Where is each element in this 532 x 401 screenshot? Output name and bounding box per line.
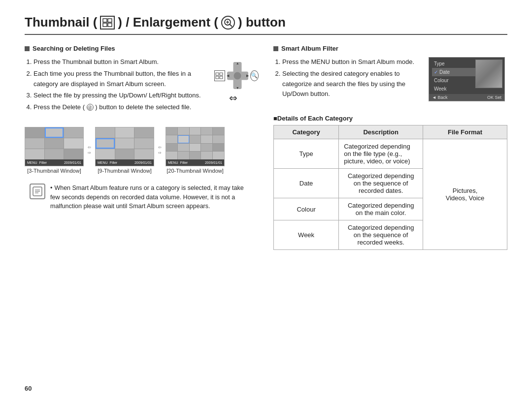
svg-rect-3 xyxy=(108,23,112,27)
thumbnails-row: MENU Filter 2009/01/01 [3-Thumbnail Wind… xyxy=(25,127,259,174)
details-section: ■Details of Each Category Category Descr… xyxy=(273,115,507,250)
table-row: Type Categorized depending on the file t… xyxy=(274,139,507,169)
cat-type: Type xyxy=(274,139,339,169)
section2-title: Smart Album Filter xyxy=(281,45,338,52)
controls-diagram: ▲ ▼ ◀ ▶ 🔍 ⇔ xyxy=(214,62,259,104)
left-column: Searching or Deleting Files Press the Th… xyxy=(25,45,259,250)
svg-rect-11 xyxy=(220,76,223,79)
zoom-small-icon: 🔍 xyxy=(250,70,259,81)
right-step-1: Press the MENU button in Smart Album mod… xyxy=(282,57,424,67)
arrow-3-9: ⇦ ⇨ xyxy=(88,145,91,155)
thumbnail-icon xyxy=(100,16,115,30)
steps-list: Press the Thumbnail button in Smart Albu… xyxy=(25,57,209,114)
thumb-20-label: [20-Thumbnail Window] xyxy=(166,168,224,174)
col-fileformat: File Format xyxy=(423,125,507,139)
svg-rect-8 xyxy=(216,73,219,75)
thumb-9-label: [9-Thumbnail Window] xyxy=(98,168,151,174)
col-category: Category xyxy=(274,125,339,139)
right-column: Smart Album Filter Press the MENU button… xyxy=(273,45,507,250)
thumb-3-item: MENU Filter 2009/01/01 [3-Thumbnail Wind… xyxy=(25,127,84,174)
svg-rect-0 xyxy=(103,19,107,22)
thumb-small-icon xyxy=(214,70,225,81)
desc-colour: Categorized depending on the main color. xyxy=(339,198,423,220)
filter-item-type: Type xyxy=(432,60,476,68)
page-number: 60 xyxy=(25,385,32,392)
thumb-3-label: [3-Thumbnail Window] xyxy=(27,168,81,174)
filter-menu-img: Type ✓Date Colour Week ◄ Back OK Set xyxy=(429,57,507,101)
dpad-control: ▲ ▼ ◀ ▶ xyxy=(227,62,248,89)
thumb-20-img: MENU Filter 2009/01/01 xyxy=(166,127,225,166)
step-4: Press the Delete ( ⓓ ) button to delete … xyxy=(33,102,209,113)
page-title: Thumbnail ( ) / Enlargement ( ) butt xyxy=(25,15,507,30)
bullet-icon-2 xyxy=(273,46,278,51)
bullet-icon xyxy=(25,46,30,51)
svg-rect-2 xyxy=(103,23,107,27)
step-2: Each time you press the Thumbnail but­to… xyxy=(33,69,209,90)
svg-rect-10 xyxy=(216,76,219,79)
filter-item-colour: Colour xyxy=(432,76,476,85)
step-1: Press the Thumbnail button in Smart Albu… xyxy=(33,57,209,67)
thumb-9-img: MENU Filter 2009/01/01 xyxy=(95,127,154,166)
right-steps-list: Press the MENU button in Smart Album mod… xyxy=(273,57,424,101)
col-description: Description xyxy=(339,125,423,139)
desc-date: Categorized depending on the sequence of… xyxy=(339,169,423,198)
cat-colour: Colour xyxy=(274,198,339,220)
step-3: Select the file by pressing the Up/Down/… xyxy=(33,91,209,101)
thumb-20-item: MENU Filter 2009/01/01 [20-Thumbnail Win… xyxy=(166,127,225,174)
svg-rect-9 xyxy=(220,73,223,75)
desc-type: Categorized depending on the file type (… xyxy=(339,139,423,169)
note-text: •When Smart Album feature runs or a cate… xyxy=(50,184,254,211)
enlargement-icon xyxy=(221,16,235,30)
filter-bottom-bar: ◄ Back OK Set xyxy=(429,94,504,101)
page: Thumbnail ( ) / Enlargement ( ) butt xyxy=(0,0,532,401)
filter-item-date: ✓Date xyxy=(432,68,476,76)
section1-title: Searching or Deleting Files xyxy=(33,45,115,52)
thumb-3-img: MENU Filter 2009/01/01 xyxy=(25,127,84,166)
cat-date: Date xyxy=(274,169,339,198)
note-icon xyxy=(30,184,45,199)
svg-line-5 xyxy=(230,24,233,27)
main-content: Searching or Deleting Files Press the Th… xyxy=(25,45,507,250)
filter-item-week: Week xyxy=(432,85,476,93)
section1-header: Searching or Deleting Files xyxy=(25,45,259,52)
right-step-2: Selecting the desired category enables t… xyxy=(282,69,424,99)
category-table: Category Description File Format Type Ca… xyxy=(273,125,507,250)
details-header: ■Details of Each Category xyxy=(273,115,507,122)
arrow-left: ⇔ xyxy=(229,92,237,104)
section2-header: Smart Album Filter xyxy=(273,45,507,52)
note-box: •When Smart Album feature runs or a cate… xyxy=(25,179,259,216)
file-format-cell: Pictures,Videos, Voice xyxy=(423,139,507,250)
title-section: Thumbnail ( ) / Enlargement ( ) butt xyxy=(25,15,507,35)
desc-week: Categorized depending on the sequence of… xyxy=(339,220,423,250)
thumb-9-item: MENU Filter 2009/01/01 [9-Thumbnail Wind… xyxy=(95,127,154,174)
svg-rect-1 xyxy=(108,19,112,22)
arrow-9-20: ⇦ ⇨ xyxy=(158,145,162,155)
cat-week: Week xyxy=(274,220,339,250)
